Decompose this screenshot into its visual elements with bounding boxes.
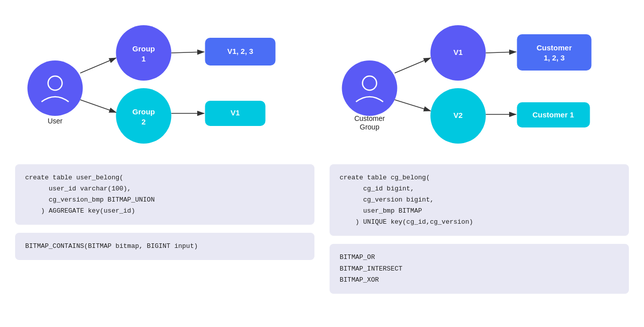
right-code-box1: create table cg_belong( cg_id bigint, cg… <box>330 164 629 236</box>
left-panel: User Group 1 Group 2 V1, 2, 3 V1 <box>15 10 314 317</box>
left-code-box2: BITMAP_CONTAINS(BITMAP bitmap, BIGINT in… <box>15 233 314 260</box>
customer123-line1: Customer <box>536 43 572 52</box>
arrow-cg-v2 <box>395 100 431 111</box>
customer123-line2: 1, 2, 3 <box>544 53 565 62</box>
cg-circle <box>342 60 397 116</box>
main-container: User Group 1 Group 2 V1, 2, 3 V1 <box>0 0 644 327</box>
right-v2-label: V2 <box>453 111 462 119</box>
group2-label: Group <box>132 107 155 116</box>
customer123-rect <box>517 34 592 71</box>
left-diagram: User Group 1 Group 2 V1, 2, 3 V1 <box>15 10 314 156</box>
left-code-box1: create table user_belong( user_id varcha… <box>15 164 314 225</box>
user-label: User <box>48 117 63 125</box>
right-panel: Customer Group V1 V2 Customer 1, 2, 3 Cu… <box>330 10 629 317</box>
right-v1-label: V1 <box>453 48 462 56</box>
v123-label: V1, 2, 3 <box>227 47 254 55</box>
arrow-v1-c123 <box>486 52 516 53</box>
arrow-user-group2 <box>80 100 116 112</box>
group2-circle <box>116 88 172 144</box>
cg-label2: Group <box>360 123 379 131</box>
group1-label: Group <box>132 44 155 53</box>
arrow-user-group1 <box>80 58 116 73</box>
group1-circle <box>116 25 172 81</box>
group1-label2: 1 <box>141 54 145 63</box>
v1-label: V1 <box>230 108 239 117</box>
arrow-cg-v1 <box>395 58 431 73</box>
arrow-group1-v123 <box>172 52 204 53</box>
right-code-box2: BITMAP_OR BITMAP_INTERSECT BITMAP_XOR <box>330 244 629 293</box>
right-diagram: Customer Group V1 V2 Customer 1, 2, 3 Cu… <box>330 10 629 156</box>
group2-label2: 2 <box>141 117 145 126</box>
customer1-label: Customer 1 <box>532 110 574 119</box>
cg-label: Customer <box>354 114 385 122</box>
user-circle <box>28 60 83 116</box>
